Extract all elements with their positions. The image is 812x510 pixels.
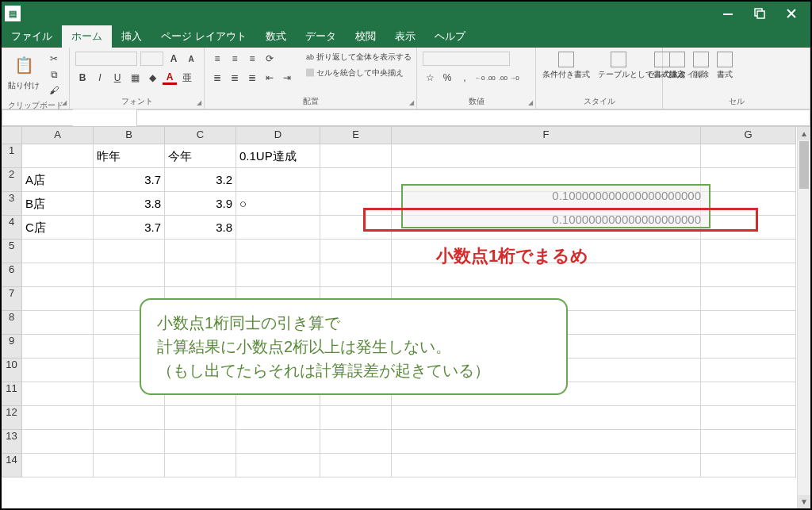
cell-A14[interactable]	[22, 454, 94, 477]
align-top-button[interactable]: ≡	[210, 52, 224, 66]
cell-A9[interactable]	[22, 335, 94, 359]
indent-increase-button[interactable]: ⇥	[280, 71, 294, 85]
cell-E13[interactable]	[320, 430, 392, 454]
format-cells-button[interactable]	[717, 52, 733, 67]
cell-C1[interactable]: 今年	[165, 144, 236, 168]
cell-G8[interactable]	[701, 311, 796, 335]
cell-A6[interactable]	[22, 263, 94, 287]
tab-data[interactable]: データ	[296, 25, 346, 48]
copy-button[interactable]: ⧉	[47, 67, 61, 82]
row-header-9[interactable]: 9	[2, 335, 22, 359]
italic-button[interactable]: I	[93, 71, 107, 85]
row-header-7[interactable]: 7	[2, 287, 22, 311]
font-color-button[interactable]: A	[163, 71, 177, 85]
cell-D13[interactable]	[236, 430, 320, 454]
cell-C4[interactable]: 3.8	[165, 216, 236, 240]
cell-D12[interactable]	[236, 406, 320, 430]
cell-A11[interactable]	[22, 382, 94, 406]
cell-F14[interactable]	[392, 454, 701, 477]
cell-E12[interactable]	[320, 406, 392, 430]
align-left-button[interactable]: ≣	[210, 71, 224, 85]
cell-F13[interactable]	[392, 430, 701, 454]
col-header-D[interactable]: D	[236, 127, 320, 144]
cell-B12[interactable]	[94, 406, 165, 430]
underline-button[interactable]: U	[110, 71, 124, 85]
tab-home[interactable]: ホーム	[62, 25, 112, 48]
wrap-text-button[interactable]: ab 折り返して全体を表示する	[304, 51, 413, 63]
minimize-button[interactable]	[712, 2, 744, 25]
indent-decrease-button[interactable]: ⇤	[262, 71, 277, 85]
cell-E5[interactable]	[320, 240, 392, 263]
cell-G9[interactable]	[701, 335, 796, 359]
delete-cells-button[interactable]	[693, 52, 709, 67]
col-header-B[interactable]: B	[94, 127, 165, 144]
cell-A12[interactable]	[22, 406, 94, 430]
dialog-launcher-icon[interactable]: ◢	[409, 99, 414, 106]
orientation-button[interactable]: ⟳	[262, 52, 277, 66]
cell-B3[interactable]: 3.8	[94, 192, 165, 216]
select-all-corner[interactable]	[2, 127, 22, 144]
col-header-A[interactable]: A	[22, 127, 94, 144]
cell-C5[interactable]	[165, 240, 236, 263]
cell-A5[interactable]	[22, 240, 94, 263]
paste-button[interactable]: 📋	[10, 52, 37, 79]
tab-formula[interactable]: 数式	[256, 25, 296, 48]
cell-E6[interactable]	[320, 263, 392, 287]
row-header-2[interactable]: 2	[2, 168, 22, 192]
format-painter-button[interactable]: 🖌	[47, 83, 61, 98]
cell-B2[interactable]: 3.7	[94, 168, 165, 192]
row-header-11[interactable]: 11	[2, 382, 22, 406]
cell-C14[interactable]	[165, 454, 236, 477]
cell-D3[interactable]: ○	[236, 192, 320, 216]
tab-file[interactable]: ファイル	[2, 25, 62, 48]
cell-C12[interactable]	[165, 406, 236, 430]
cell-A8[interactable]	[22, 311, 94, 335]
cell-A10[interactable]	[22, 359, 94, 382]
font-size-box[interactable]	[140, 52, 163, 66]
format-as-table-button[interactable]	[611, 52, 626, 67]
align-middle-button[interactable]: ≡	[228, 52, 242, 66]
fill-color-button[interactable]: ◆	[145, 71, 159, 85]
row-header-13[interactable]: 13	[2, 430, 22, 454]
cell-D6[interactable]	[236, 263, 320, 287]
cell-G7[interactable]	[701, 287, 796, 311]
cell-B14[interactable]	[94, 454, 165, 477]
row-header-8[interactable]: 8	[2, 311, 22, 335]
name-box[interactable]	[2, 109, 73, 126]
close-button[interactable]	[776, 2, 807, 25]
row-header-14[interactable]: 14	[2, 454, 22, 477]
cell-B13[interactable]	[94, 430, 165, 454]
merge-center-button[interactable]: ▥ セルを統合して中央揃え	[304, 67, 413, 79]
scroll-thumb[interactable]	[799, 141, 809, 189]
cell-G11[interactable]	[701, 382, 796, 406]
align-right-button[interactable]: ≣	[245, 71, 259, 85]
cell-F1[interactable]	[392, 144, 701, 168]
dialog-launcher-icon[interactable]: ◢	[528, 99, 533, 106]
col-header-F[interactable]: F	[392, 127, 701, 144]
row-header-1[interactable]: 1	[2, 144, 22, 168]
cell-D4[interactable]	[236, 216, 320, 240]
cell-E1[interactable]	[320, 144, 392, 168]
cell-B4[interactable]: 3.7	[94, 216, 165, 240]
cell-B5[interactable]	[94, 240, 165, 263]
conditional-format-button[interactable]	[558, 52, 574, 67]
cell-G1[interactable]	[701, 144, 796, 168]
cell-A2[interactable]: A店	[22, 168, 94, 192]
dialog-launcher-icon[interactable]: ◢	[197, 99, 201, 106]
number-format-box[interactable]	[423, 52, 510, 66]
percent-button[interactable]: %	[440, 71, 454, 85]
cell-A4[interactable]: C店	[22, 216, 94, 240]
cell-A1[interactable]	[22, 144, 94, 168]
cell-G10[interactable]	[701, 359, 796, 382]
cell-D5[interactable]	[236, 240, 320, 263]
row-header-3[interactable]: 3	[2, 192, 22, 216]
tab-insert[interactable]: 挿入	[112, 25, 151, 48]
phonetic-button[interactable]: 亜	[180, 71, 194, 85]
row-header-5[interactable]: 5	[2, 240, 22, 263]
cut-button[interactable]: ✂	[47, 52, 61, 66]
cell-B1[interactable]: 昨年	[94, 144, 165, 168]
scroll-up-button[interactable]: ▲	[798, 127, 810, 140]
cell-A7[interactable]	[22, 287, 94, 311]
cell-A13[interactable]	[22, 430, 94, 454]
cell-D2[interactable]	[236, 168, 320, 192]
